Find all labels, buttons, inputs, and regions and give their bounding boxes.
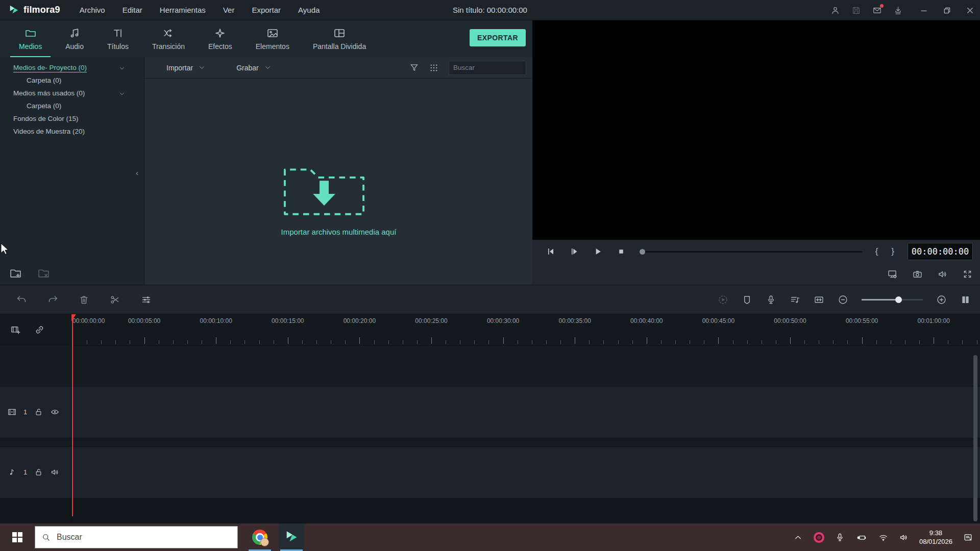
tab-titulos[interactable]: Títulos xyxy=(95,20,140,57)
zoom-in-icon[interactable] xyxy=(936,294,947,305)
close-icon[interactable] xyxy=(965,6,975,15)
add-track-icon[interactable] xyxy=(10,324,21,335)
zoom-slider-handle[interactable] xyxy=(895,296,902,303)
play-icon[interactable] xyxy=(593,246,603,257)
import-dropzone[interactable]: Importar archivos multimedia aquí xyxy=(281,157,397,236)
timeline-zoom-slider[interactable] xyxy=(862,296,923,303)
tab-pantalla-dividida[interactable]: Pantalla Dividida xyxy=(301,20,378,57)
preview-video-area[interactable] xyxy=(532,20,980,240)
speaker-icon[interactable] xyxy=(899,533,909,542)
undo-icon[interactable] xyxy=(16,294,27,305)
track-manager-icon[interactable] xyxy=(960,294,971,305)
import-dropdown[interactable]: Importar xyxy=(166,64,206,72)
chevron-down-icon[interactable] xyxy=(118,65,126,72)
display-settings-icon[interactable] xyxy=(887,269,898,280)
snapshot-camera-icon[interactable] xyxy=(912,269,923,280)
sidebar-item-carpeta-1[interactable]: Carpeta (0) xyxy=(0,74,144,87)
mark-out-icon[interactable]: } xyxy=(891,246,894,257)
menu-herramientas[interactable]: Herramientas xyxy=(160,6,206,14)
battery-charging-icon[interactable] xyxy=(855,533,868,542)
adjust-sliders-icon[interactable] xyxy=(141,294,152,305)
tab-medios[interactable]: Medios xyxy=(7,20,54,57)
audio-track-lane[interactable] xyxy=(0,446,980,498)
render-preview-icon[interactable] xyxy=(718,294,728,305)
sidebar-item-videos-muestra[interactable]: Videos de Muestra (20) xyxy=(0,125,144,138)
ruler-tick xyxy=(733,340,733,344)
sidebar-item-medios-proyecto[interactable]: Medios de- Proyecto (0) xyxy=(0,61,144,74)
filter-funnel-icon[interactable] xyxy=(409,63,419,72)
tab-efectos[interactable]: Efectos xyxy=(197,20,244,57)
tab-elementos[interactable]: Elementos xyxy=(244,20,301,57)
ruler-tick xyxy=(488,340,489,344)
volume-icon[interactable] xyxy=(937,269,948,280)
timeline-scrollbar[interactable] xyxy=(973,355,977,521)
ruler-tick xyxy=(274,340,274,344)
fit-timeline-icon[interactable] xyxy=(814,294,824,305)
delete-icon[interactable] xyxy=(79,294,89,305)
scrubber-handle[interactable] xyxy=(640,249,645,255)
redo-icon[interactable] xyxy=(47,294,58,305)
zoom-out-icon[interactable] xyxy=(838,294,848,305)
grid-view-icon[interactable] xyxy=(429,63,438,72)
sidebar-item-mas-usados[interactable]: Medios más usados (0) xyxy=(0,87,144,99)
lock-open-icon[interactable] xyxy=(34,407,43,417)
playhead[interactable] xyxy=(72,314,73,516)
mail-notification-dot xyxy=(880,4,884,8)
menu-editar[interactable]: Editar xyxy=(122,6,142,14)
media-search-input[interactable] xyxy=(453,64,544,71)
taskbar-search-box[interactable] xyxy=(35,526,238,548)
menu-archivo[interactable]: Archivo xyxy=(80,6,105,14)
lock-open-icon[interactable] xyxy=(34,467,43,477)
mark-in-icon[interactable]: { xyxy=(875,246,878,257)
download-icon[interactable] xyxy=(893,6,903,15)
taskbar-filmora[interactable] xyxy=(279,523,304,551)
link-icon[interactable] xyxy=(34,324,45,335)
export-button[interactable]: EXPORTAR xyxy=(470,29,526,46)
next-frame-icon[interactable] xyxy=(569,246,579,257)
tab-audio[interactable]: Audio xyxy=(54,20,95,57)
menu-exportar[interactable]: Exportar xyxy=(252,6,281,14)
taskbar-clock[interactable]: 9:38 08/01/2026 xyxy=(919,529,952,546)
record-indicator-icon[interactable] xyxy=(814,532,824,543)
fullscreen-icon[interactable] xyxy=(962,269,973,280)
wifi-icon[interactable] xyxy=(878,533,888,542)
minimize-icon[interactable] xyxy=(919,6,929,15)
taskbar-chrome[interactable] xyxy=(247,523,273,551)
sidebar-item-fondos-color[interactable]: Fondos de Color (15) xyxy=(0,112,144,125)
chevron-down-icon[interactable] xyxy=(118,90,126,97)
add-folder-icon[interactable] xyxy=(9,267,22,280)
tab-transicion[interactable]: Transición xyxy=(140,20,197,57)
video-track-lane[interactable] xyxy=(0,386,980,438)
media-search-box[interactable] xyxy=(449,61,526,75)
collapse-sidebar-icon[interactable]: ‹ xyxy=(136,168,138,177)
mail-icon[interactable] xyxy=(872,6,882,15)
menu-ayuda[interactable]: Ayuda xyxy=(298,6,320,14)
sidebar-item-carpeta-2[interactable]: Carpeta (0) xyxy=(0,99,144,112)
start-button[interactable] xyxy=(0,523,35,551)
speaker-icon[interactable] xyxy=(50,467,60,477)
record-dropdown[interactable]: Grabar xyxy=(236,64,272,72)
restore-icon[interactable] xyxy=(942,6,952,15)
ruler-tick xyxy=(244,340,245,344)
audio-mixer-icon[interactable] xyxy=(790,294,800,305)
timeline-toolbar xyxy=(0,285,980,314)
timeline-ruler[interactable]: 00:00:00:0000:00:05:0000:00:10:0000:00:1… xyxy=(71,314,980,346)
taskbar-search-input[interactable] xyxy=(57,533,231,542)
split-scissors-icon[interactable] xyxy=(110,294,120,305)
ruler-tick xyxy=(144,337,145,344)
prev-frame-icon[interactable] xyxy=(546,246,556,257)
preview-scrubber[interactable] xyxy=(640,248,862,255)
mic-icon[interactable] xyxy=(835,533,845,542)
action-center-icon[interactable] xyxy=(963,533,973,542)
account-icon[interactable] xyxy=(830,6,840,15)
eye-icon[interactable] xyxy=(50,407,60,417)
chevron-down-icon xyxy=(264,64,272,71)
tray-chevron-up-icon[interactable] xyxy=(793,533,803,542)
save-icon[interactable] xyxy=(851,6,861,15)
delete-folder-icon[interactable] xyxy=(37,267,50,280)
voiceover-mic-icon[interactable] xyxy=(766,294,776,305)
menu-ver[interactable]: Ver xyxy=(223,6,235,14)
marker-icon[interactable] xyxy=(742,294,752,305)
stop-icon[interactable] xyxy=(616,246,626,257)
transport-controls: { } 00:00:00:00 xyxy=(532,240,980,263)
